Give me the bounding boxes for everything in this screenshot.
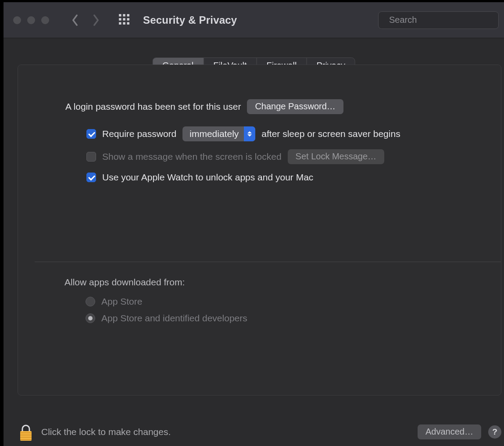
apple-watch-label: Use your Apple Watch to unlock apps and … xyxy=(102,172,313,183)
nav-back-button[interactable] xyxy=(70,13,80,28)
svg-rect-3 xyxy=(119,18,121,20)
window-title: Security & Privacy xyxy=(143,14,237,26)
window-zoom[interactable] xyxy=(41,16,49,24)
popup-arrows-icon xyxy=(244,126,255,141)
svg-rect-15 xyxy=(20,439,32,440)
apple-watch-checkbox[interactable] xyxy=(86,173,96,182)
svg-rect-5 xyxy=(127,18,129,20)
window-minimize[interactable] xyxy=(27,16,35,24)
login-password-row: A login password has been set for this u… xyxy=(65,99,480,114)
svg-rect-0 xyxy=(119,14,121,16)
allow-apps-option-appstore-label: App Store xyxy=(101,296,142,307)
svg-rect-1 xyxy=(123,14,125,16)
window-controls xyxy=(13,16,49,24)
svg-rect-8 xyxy=(127,22,129,24)
allow-apps-option-identified-label: App Store and identified developers xyxy=(101,313,247,324)
allow-apps-heading: Allow apps downloaded from: xyxy=(64,277,480,288)
require-password-prefix: Require password xyxy=(102,129,176,139)
allow-apps-option-identified[interactable]: App Store and identified developers xyxy=(86,313,480,324)
pane-body: General FileVault Firewall Privacy A log… xyxy=(4,38,504,446)
require-password-suffix: after sleep or screen saver begins xyxy=(261,129,400,139)
lock-hint-text: Click the lock to make changes. xyxy=(41,427,171,437)
show-all-icon[interactable] xyxy=(118,14,130,27)
toolbar: Security & Privacy xyxy=(4,2,504,38)
search-input[interactable] xyxy=(389,15,500,25)
lock-button[interactable] xyxy=(18,422,34,442)
svg-rect-6 xyxy=(119,22,121,24)
require-password-checkbox[interactable] xyxy=(86,129,96,139)
window-close[interactable] xyxy=(13,16,21,24)
general-panel: A login password has been set for this u… xyxy=(18,65,501,396)
allow-apps-radio-group: App Store App Store and identified devel… xyxy=(86,296,480,324)
advanced-button[interactable]: Advanced… xyxy=(418,424,481,439)
set-lock-message-button[interactable]: Set Lock Message… xyxy=(288,149,385,164)
login-password-label: A login password has been set for this u… xyxy=(65,101,241,112)
lock-icon xyxy=(18,424,33,442)
nav-buttons xyxy=(70,13,101,28)
radio-identified[interactable] xyxy=(86,313,95,323)
lock-message-label: Show a message when the screen is locked xyxy=(102,151,282,162)
svg-rect-12 xyxy=(20,432,32,433)
preferences-window: Security & Privacy General FileVault Fir… xyxy=(4,2,504,446)
svg-rect-2 xyxy=(127,14,129,16)
svg-rect-7 xyxy=(123,22,125,24)
svg-rect-13 xyxy=(20,435,32,435)
svg-rect-4 xyxy=(123,18,125,20)
allow-apps-option-appstore[interactable]: App Store xyxy=(86,296,480,307)
require-password-row: Require password immediately after sleep… xyxy=(86,126,480,141)
divider xyxy=(35,262,501,262)
svg-rect-14 xyxy=(20,437,32,438)
require-password-delay-value: immediately xyxy=(189,129,239,139)
require-password-delay-popup[interactable]: immediately xyxy=(182,126,255,141)
nav-forward-button[interactable] xyxy=(91,13,101,28)
radio-appstore[interactable] xyxy=(86,297,95,306)
change-password-button[interactable]: Change Password… xyxy=(247,99,343,114)
apple-watch-row: Use your Apple Watch to unlock apps and … xyxy=(86,172,480,183)
footer: Click the lock to make changes. Advanced… xyxy=(18,422,501,442)
help-button[interactable]: ? xyxy=(488,425,501,439)
search-field[interactable] xyxy=(378,11,499,29)
lock-message-row: Show a message when the screen is locked… xyxy=(86,149,480,164)
lock-message-checkbox[interactable] xyxy=(86,152,96,162)
